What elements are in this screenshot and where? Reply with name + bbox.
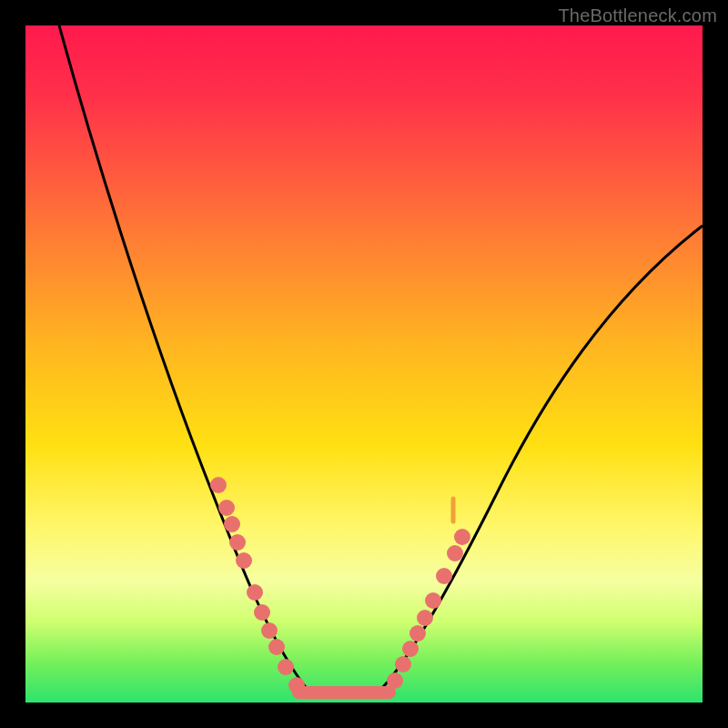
- svg-point-2: [224, 516, 240, 532]
- svg-point-12: [395, 656, 411, 672]
- right-branch-markers: [387, 529, 470, 689]
- bottleneck-curve: [59, 25, 703, 690]
- svg-point-19: [454, 529, 470, 545]
- svg-point-10: [288, 677, 305, 693]
- svg-point-18: [447, 545, 463, 561]
- chart-frame: TheBottleneck.com: [0, 0, 728, 728]
- svg-point-8: [268, 639, 285, 655]
- svg-point-13: [402, 641, 419, 657]
- svg-point-11: [387, 672, 403, 689]
- chart-plot-area: [25, 25, 703, 703]
- svg-point-15: [417, 610, 433, 626]
- svg-point-0: [210, 477, 227, 493]
- svg-point-4: [236, 552, 252, 569]
- svg-point-6: [254, 604, 270, 621]
- svg-point-14: [410, 625, 426, 642]
- svg-point-5: [247, 584, 263, 601]
- chart-svg: [25, 25, 703, 703]
- svg-point-3: [229, 534, 246, 551]
- svg-point-1: [218, 500, 235, 516]
- svg-point-9: [278, 659, 294, 675]
- svg-point-16: [425, 592, 441, 609]
- svg-point-17: [436, 568, 452, 584]
- watermark-text: TheBottleneck.com: [558, 5, 717, 26]
- svg-point-7: [261, 622, 278, 639]
- left-branch-markers: [210, 477, 305, 693]
